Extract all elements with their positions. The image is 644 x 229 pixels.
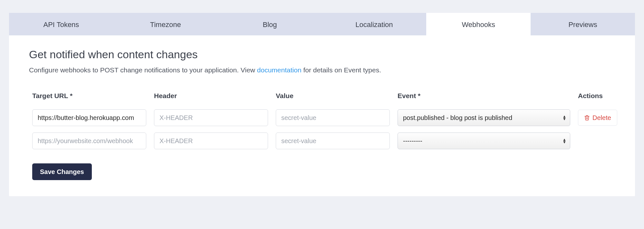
event-select-wrap: --------- ▲▼ [398,133,570,149]
subtitle-suffix: for details on Event types. [302,66,381,74]
trash-icon [584,114,590,121]
subtitle-prefix: Configure webhooks to POST change notifi… [29,66,257,74]
delete-button-label: Delete [592,114,611,122]
event-select[interactable]: --------- [398,133,570,149]
header-input[interactable] [154,133,268,149]
delete-button[interactable]: Delete [578,110,617,126]
save-row: Save Changes [29,163,615,180]
tab-webhooks[interactable]: Webhooks [426,13,531,35]
value-input[interactable] [276,109,390,126]
event-select-wrap: post.published - blog post is published … [398,109,570,126]
save-changes-button[interactable]: Save Changes [32,163,92,180]
page-title: Get notified when content changes [29,48,615,61]
tab-localization[interactable]: Localization [322,13,426,35]
tab-timezone[interactable]: Timezone [113,13,218,35]
header-input[interactable] [154,109,268,126]
target-url-input[interactable] [32,109,146,126]
documentation-link[interactable]: documentation [257,66,302,74]
settings-tabs: API Tokens Timezone Blog Localization We… [9,13,635,35]
event-select[interactable]: post.published - blog post is published [398,109,570,126]
tab-blog[interactable]: Blog [218,13,322,35]
col-value: Value [276,92,390,103]
col-event: Event * [398,92,570,103]
webhooks-content: Get notified when content changes Config… [9,35,635,196]
value-input[interactable] [276,133,390,149]
col-target-url: Target URL * [32,92,146,103]
col-header: Header [154,92,268,103]
target-url-input[interactable] [32,133,146,149]
settings-panel: API Tokens Timezone Blog Localization We… [9,13,635,196]
action-cell: Delete [578,110,617,126]
tab-api-tokens[interactable]: API Tokens [9,13,113,35]
page-subtitle: Configure webhooks to POST change notifi… [29,65,615,75]
col-actions: Actions [578,92,617,103]
tab-previews[interactable]: Previews [531,13,635,35]
webhooks-grid: Target URL * Header Value Event * Action… [29,92,615,149]
